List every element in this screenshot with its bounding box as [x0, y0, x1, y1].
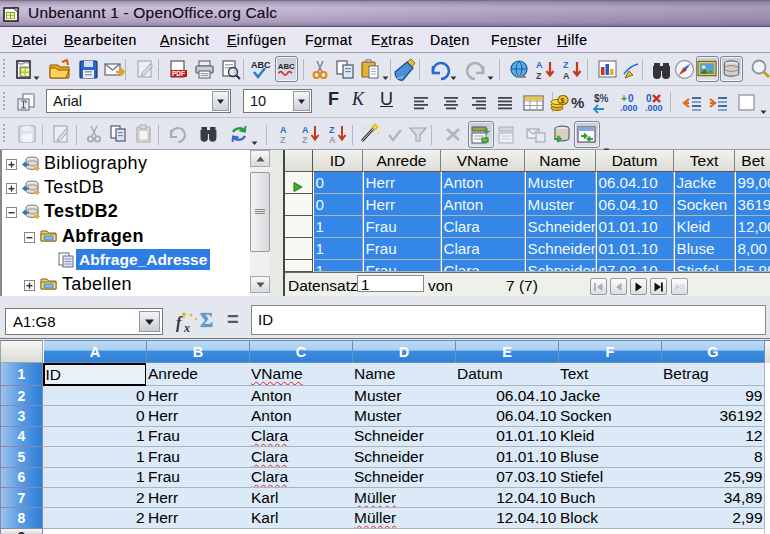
- svg-text:Z: Z: [302, 135, 308, 145]
- svg-text:Z: Z: [280, 135, 286, 145]
- svg-text:A: A: [302, 125, 309, 135]
- svg-text:Z: Z: [536, 71, 542, 81]
- svg-text:Z: Z: [563, 60, 569, 70]
- svg-text:f: f: [176, 314, 183, 332]
- svg-text:Z: Z: [329, 125, 335, 135]
- svg-text:.000: .000: [620, 103, 638, 113]
- svg-text:A: A: [563, 71, 570, 81]
- svg-text:A: A: [280, 125, 287, 135]
- svg-text:x: x: [183, 321, 190, 335]
- svg-text:ABC: ABC: [251, 60, 271, 70]
- svg-text:ABC: ABC: [278, 62, 295, 71]
- svg-text:PDF: PDF: [172, 70, 185, 77]
- svg-text:%: %: [571, 94, 584, 111]
- svg-text:$%: $%: [594, 93, 609, 104]
- svg-text:$: $: [561, 97, 565, 105]
- svg-text:A: A: [329, 135, 336, 145]
- svg-text:.000: .000: [645, 103, 663, 113]
- svg-text:+: +: [484, 126, 490, 137]
- svg-text:A: A: [536, 60, 543, 70]
